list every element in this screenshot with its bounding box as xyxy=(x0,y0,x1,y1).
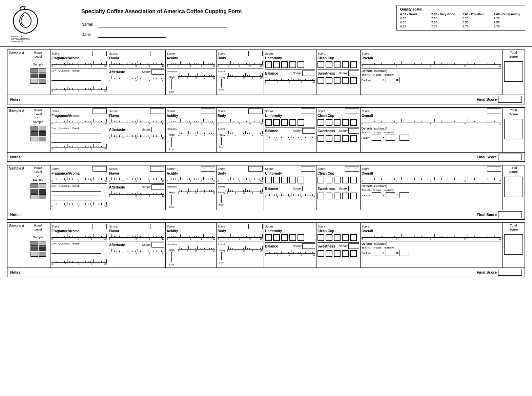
roast-box-5[interactable] xyxy=(30,194,38,199)
fault-total-box-2[interactable] xyxy=(400,135,409,141)
overall-score-box-4[interactable] xyxy=(487,224,501,229)
roast-box-1[interactable] xyxy=(30,183,38,188)
fault-total-box-3[interactable] xyxy=(400,192,409,198)
body-score-box-4[interactable] xyxy=(248,224,263,229)
fault-intensity-box-1[interactable] xyxy=(386,77,395,83)
acidity-score-box-4[interactable] xyxy=(201,224,215,229)
clean-cb-2-2[interactable] xyxy=(326,119,332,126)
unif-cb-2-1[interactable] xyxy=(273,61,280,68)
unif-cb-2-4[interactable] xyxy=(273,234,280,241)
sweet-cb-4-1[interactable] xyxy=(342,77,349,84)
sweet-cb-3-1[interactable] xyxy=(334,77,341,84)
unif-cb-4-1[interactable] xyxy=(289,61,296,68)
name-input[interactable] xyxy=(98,21,227,27)
frag-score-box-1[interactable] xyxy=(93,51,107,56)
balance-score-box-4[interactable] xyxy=(302,243,315,249)
roast-box-2[interactable] xyxy=(39,68,46,73)
unif-cb-3-1[interactable] xyxy=(281,61,288,68)
roast-box-2[interactable] xyxy=(39,241,46,246)
clean-cb-5-1[interactable] xyxy=(350,61,357,68)
roast-box-4[interactable] xyxy=(39,246,46,251)
flavor-score-box-2[interactable] xyxy=(150,108,164,114)
flavor-score-box-1[interactable] xyxy=(150,51,164,56)
clean-cb-2-3[interactable] xyxy=(326,177,332,183)
clean-cb-5-2[interactable] xyxy=(350,119,357,126)
sweet-cb-3-4[interactable] xyxy=(334,250,341,257)
total-score-box-2[interactable] xyxy=(504,119,523,139)
fault-intensity-box-3[interactable] xyxy=(386,192,395,198)
sweet-cb-2-3[interactable] xyxy=(326,193,332,199)
clean-cb-5-4[interactable] xyxy=(350,234,357,241)
unif-cb-1-3[interactable] xyxy=(265,177,272,183)
aftertaste-score-box-1[interactable] xyxy=(151,69,164,75)
clean-cb-2-4[interactable] xyxy=(326,234,332,241)
sweet-cb-2-4[interactable] xyxy=(326,250,332,257)
total-score-box-3[interactable] xyxy=(504,177,523,197)
fault-cups-box-4[interactable] xyxy=(372,250,381,256)
acidity-score-box-3[interactable] xyxy=(201,166,215,172)
clean-cb-1-3[interactable] xyxy=(318,177,324,183)
roast-box-6[interactable] xyxy=(39,137,46,141)
clean-cb-5-3[interactable] xyxy=(350,177,357,183)
uniformity-score-box-3[interactable] xyxy=(301,166,315,172)
final-score-box-4[interactable] xyxy=(498,269,522,276)
unif-cb-4-2[interactable] xyxy=(289,119,296,126)
unif-cb-1-1[interactable] xyxy=(265,61,272,68)
roast-box-1[interactable] xyxy=(30,241,38,246)
clean-cb-1-1[interactable] xyxy=(318,61,324,68)
sweet-cb-1-1[interactable] xyxy=(318,77,324,84)
unif-cb-5-3[interactable] xyxy=(298,177,304,183)
unif-cb-5-1[interactable] xyxy=(298,61,304,68)
balance-score-box-2[interactable] xyxy=(302,128,315,134)
unif-cb-2-3[interactable] xyxy=(273,177,280,183)
unif-cb-3-2[interactable] xyxy=(281,119,288,126)
fault-cups-box-3[interactable] xyxy=(372,192,381,198)
clean-cb-3-1[interactable] xyxy=(334,61,341,68)
fault-intensity-box-2[interactable] xyxy=(386,135,395,141)
sweet-cb-2-1[interactable] xyxy=(326,77,332,84)
roast-box-3[interactable] xyxy=(30,131,38,136)
roast-box-2[interactable] xyxy=(39,126,46,131)
final-score-box-1[interactable] xyxy=(498,96,522,103)
sweet-cb-3-3[interactable] xyxy=(334,193,341,199)
roast-box-4[interactable] xyxy=(39,189,46,194)
clean-score-box-3[interactable] xyxy=(345,166,359,172)
uniformity-score-box-1[interactable] xyxy=(301,51,315,56)
roast-box-3[interactable] xyxy=(30,74,38,78)
unif-cb-4-3[interactable] xyxy=(289,177,296,183)
clean-cb-1-4[interactable] xyxy=(318,234,324,241)
roast-box-4[interactable] xyxy=(39,131,46,136)
total-score-box-1[interactable] xyxy=(504,61,523,82)
sweet-cb-4-4[interactable] xyxy=(342,250,349,257)
clean-cb-1-2[interactable] xyxy=(318,119,324,126)
unif-cb-2-2[interactable] xyxy=(273,119,280,126)
frag-score-box-4[interactable] xyxy=(93,224,107,229)
unif-cb-1-4[interactable] xyxy=(265,234,272,241)
fault-cups-box-2[interactable] xyxy=(372,135,381,141)
clean-cb-4-3[interactable] xyxy=(342,177,349,183)
flavor-score-box-4[interactable] xyxy=(150,224,164,229)
unif-cb-4-4[interactable] xyxy=(289,234,296,241)
acidity-score-box-1[interactable] xyxy=(201,51,215,56)
unif-cb-5-4[interactable] xyxy=(298,234,304,241)
clean-score-box-4[interactable] xyxy=(345,224,359,229)
sweet-cb-1-2[interactable] xyxy=(318,135,324,142)
uniformity-score-box-4[interactable] xyxy=(301,224,315,229)
roast-box-2[interactable] xyxy=(39,183,46,188)
final-score-box-3[interactable] xyxy=(498,211,522,218)
clean-cb-3-2[interactable] xyxy=(334,119,341,126)
aftertaste-score-box-3[interactable] xyxy=(151,184,164,190)
roast-box-5[interactable] xyxy=(30,79,38,84)
overall-score-box-2[interactable] xyxy=(487,108,501,114)
roast-box-6[interactable] xyxy=(39,194,46,199)
fault-total-box-1[interactable] xyxy=(400,77,409,83)
sweet-score-box-1[interactable] xyxy=(348,71,359,76)
sweet-cb-4-3[interactable] xyxy=(342,193,349,199)
body-score-box-1[interactable] xyxy=(248,51,263,56)
roast-box-5[interactable] xyxy=(30,137,38,141)
roast-box-1[interactable] xyxy=(30,68,38,73)
clean-score-box-1[interactable] xyxy=(345,51,359,56)
body-score-box-2[interactable] xyxy=(248,108,263,114)
sweet-score-box-4[interactable] xyxy=(348,243,359,249)
sweet-score-box-2[interactable] xyxy=(348,128,359,134)
